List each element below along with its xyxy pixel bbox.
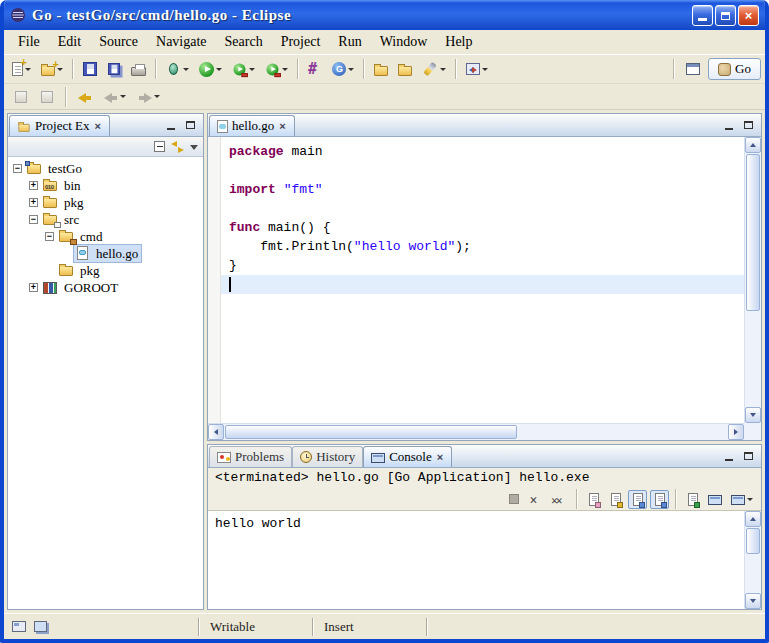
console-output[interactable]: hello world: [208, 511, 744, 609]
clear-console-button[interactable]: [584, 490, 603, 509]
scrollbar-track[interactable]: [745, 153, 761, 407]
tree-item-hello.go[interactable]: hello.go: [8, 245, 203, 262]
scrollbar-thumb[interactable]: [225, 425, 517, 439]
goclipse-button[interactable]: [328, 57, 358, 81]
close-tab-icon[interactable]: ×: [94, 121, 102, 132]
tab-problems[interactable]: Problems: [209, 446, 292, 467]
scrollbar-track[interactable]: [745, 527, 761, 593]
run-last-button[interactable]: [228, 57, 259, 81]
console-vertical-scrollbar[interactable]: [744, 511, 761, 609]
maximize-view-button[interactable]: [182, 118, 199, 133]
external-tools-button[interactable]: [261, 57, 292, 81]
editor-tray-button[interactable]: [34, 621, 47, 632]
scroll-up-button[interactable]: [745, 137, 761, 153]
annotation-ruler[interactable]: [208, 137, 221, 423]
new-go-element-button[interactable]: [304, 57, 326, 81]
scroll-down-button[interactable]: [745, 593, 761, 609]
maximize-view-button[interactable]: [740, 118, 757, 133]
code-area[interactable]: package main import "fmt" func main() { …: [221, 137, 744, 423]
run-button[interactable]: [195, 57, 226, 81]
open-perspective-button[interactable]: [682, 57, 704, 81]
minimize-view-button[interactable]: [162, 118, 179, 133]
display-console-icon: [708, 495, 722, 505]
tree-expand-plus-icon[interactable]: +: [29, 283, 38, 292]
tab-history[interactable]: History: [292, 446, 363, 467]
maximize-view-button[interactable]: [740, 449, 757, 464]
tab-hello-go[interactable]: hello.go ×: [209, 115, 295, 136]
menu-edit[interactable]: Edit: [50, 32, 89, 52]
go-perspective-button[interactable]: Go: [708, 58, 761, 80]
open-file-button[interactable]: [394, 57, 416, 81]
menu-search[interactable]: Search: [217, 32, 271, 52]
minimize-view-button[interactable]: [720, 449, 737, 464]
open-folder-button[interactable]: [370, 57, 392, 81]
tree-expand-plus-icon[interactable]: +: [29, 198, 38, 207]
tree-item-cmd[interactable]: −cmd: [8, 228, 203, 245]
scrollbar-track[interactable]: [224, 424, 728, 440]
tree-expand-minus-icon[interactable]: −: [13, 164, 22, 173]
save-button[interactable]: [79, 57, 101, 81]
tree-item-pkg[interactable]: pkg: [8, 262, 203, 279]
menu-navigate[interactable]: Navigate: [148, 32, 215, 52]
tree-expand-plus-icon[interactable]: +: [29, 181, 38, 190]
scroll-right-button[interactable]: [728, 424, 744, 440]
next-annotation-button[interactable]: [36, 85, 58, 109]
menu-run[interactable]: Run: [330, 32, 369, 52]
menu-file[interactable]: File: [10, 32, 48, 52]
tab-console[interactable]: Console ×: [363, 446, 452, 467]
tree-expand-minus-icon[interactable]: −: [45, 232, 54, 241]
scroll-down-button[interactable]: [745, 407, 761, 423]
tree-item-pkg[interactable]: +pkg: [8, 194, 203, 211]
editor-vertical-scrollbar[interactable]: [744, 137, 761, 423]
tree-item-GOROOT[interactable]: +GOROOT: [8, 279, 203, 296]
new-folder-button[interactable]: [37, 57, 67, 81]
word-wrap-button[interactable]: [628, 490, 647, 509]
menu-window[interactable]: Window: [372, 32, 436, 52]
minimize-view-button[interactable]: [720, 118, 737, 133]
display-selected-console-button[interactable]: [705, 490, 725, 509]
tree-expand-minus-icon[interactable]: −: [29, 215, 38, 224]
scroll-up-button[interactable]: [745, 511, 761, 527]
menu-help[interactable]: Help: [437, 32, 480, 52]
view-menu-button[interactable]: [190, 145, 198, 150]
last-edit-location-button[interactable]: [74, 85, 96, 109]
badge-icon: [639, 502, 645, 508]
menu-source[interactable]: Source: [91, 32, 146, 52]
scrollbar-thumb[interactable]: [746, 528, 760, 554]
pin-console-button[interactable]: [683, 490, 702, 509]
arrow-left-icon: [214, 429, 218, 435]
close-tab-icon[interactable]: ×: [278, 121, 286, 132]
menu-project[interactable]: Project: [273, 32, 329, 52]
link-with-editor-button[interactable]: [171, 141, 184, 153]
new-wizard-button[interactable]: [8, 57, 35, 81]
forward-button[interactable]: [134, 85, 164, 109]
collapse-all-button[interactable]: [154, 141, 165, 152]
editor-horizontal-scrollbar[interactable]: [208, 423, 744, 440]
tree-item-src[interactable]: −src: [8, 211, 203, 228]
show-on-output-button[interactable]: [650, 490, 669, 509]
remove-launch-button[interactable]: [526, 490, 545, 509]
print-button[interactable]: [127, 57, 150, 81]
search-button[interactable]: [418, 57, 450, 81]
tree-item-testGo[interactable]: −testGo: [8, 160, 203, 177]
terminate-button[interactable]: [504, 490, 523, 509]
scroll-lock-button[interactable]: [606, 490, 625, 509]
close-button[interactable]: ×: [738, 5, 759, 26]
scroll-left-button[interactable]: [208, 424, 224, 440]
team-sync-button[interactable]: [462, 57, 492, 81]
restore-button[interactable]: [715, 5, 736, 26]
save-all-button[interactable]: [103, 57, 125, 81]
pin-editor-button[interactable]: [10, 85, 32, 109]
open-console-button[interactable]: [728, 490, 756, 509]
fast-view-button[interactable]: [12, 621, 26, 632]
tab-project-explorer[interactable]: Project Ex ×: [9, 115, 110, 136]
project-tree[interactable]: −testGo+bin+pkg−src−cmdhello.gopkg+GOROO…: [8, 157, 203, 609]
minimize-button[interactable]: [692, 5, 713, 26]
tree-item-bin[interactable]: +bin: [8, 177, 203, 194]
new-wizard-icon: [12, 62, 23, 76]
scrollbar-thumb[interactable]: [746, 154, 760, 311]
close-tab-icon[interactable]: ×: [436, 452, 444, 463]
debug-button[interactable]: [162, 57, 193, 81]
remove-all-terminated-button[interactable]: [548, 490, 570, 509]
back-button[interactable]: [100, 85, 130, 109]
